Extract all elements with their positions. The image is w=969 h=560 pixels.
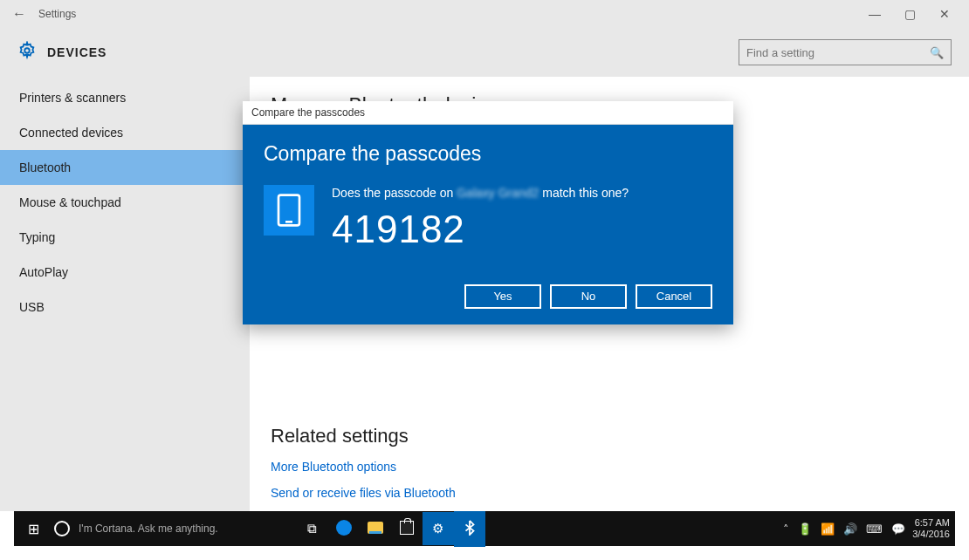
device-name: Galaxy Grand2 xyxy=(457,186,539,200)
maximize-button[interactable]: ▢ xyxy=(892,7,927,21)
keyboard-icon[interactable]: ⌨ xyxy=(866,522,883,536)
cortana-icon xyxy=(54,521,70,536)
dialog-buttons: Yes No Cancel xyxy=(264,284,712,309)
cancel-button[interactable]: Cancel xyxy=(636,284,712,309)
search-input[interactable] xyxy=(746,46,930,59)
content-body: Printers & scanners Connected devices Bl… xyxy=(0,77,969,511)
window-title: Settings xyxy=(38,8,76,20)
page-category: DEVICES xyxy=(47,45,107,59)
taskbar-clock[interactable]: 6:57 AM 3/4/2016 xyxy=(912,517,950,540)
wifi-icon[interactable]: 📶 xyxy=(821,522,835,536)
window-titlebar: ← Settings — ▢ ✕ xyxy=(0,0,969,28)
edge-icon[interactable] xyxy=(328,511,360,547)
close-button[interactable]: ✕ xyxy=(927,7,962,21)
main-panel: Manage Bluetooth devices Related setting… xyxy=(250,77,969,511)
volume-icon[interactable]: 🔊 xyxy=(843,522,857,536)
dialog-heading: Compare the passcodes xyxy=(264,142,712,166)
battery-icon[interactable]: 🔋 xyxy=(798,522,812,536)
dialog-text-block: Does the passcode on Galaxy Grand2 match… xyxy=(332,185,629,251)
sidebar-item-usb[interactable]: USB xyxy=(0,290,250,324)
cortana-search[interactable]: I'm Cortana. Ask me anything. xyxy=(54,521,218,536)
related-heading: Related settings xyxy=(271,425,948,447)
file-explorer-icon[interactable] xyxy=(360,513,391,545)
taskbar: ⊞ I'm Cortana. Ask me anything. ⧉ ⚙ ˄ 🔋 … xyxy=(14,511,955,546)
system-tray: ˄ 🔋 📶 🔊 ⌨ 💬 xyxy=(783,522,905,536)
cortana-placeholder: I'm Cortana. Ask me anything. xyxy=(79,522,218,535)
sidebar-item-printers[interactable]: Printers & scanners xyxy=(0,80,250,115)
clock-date: 3/4/2016 xyxy=(912,529,950,540)
pairing-dialog: Compare the passcodes Compare the passco… xyxy=(243,101,733,324)
dialog-body: Compare the passcodes Does the passcode … xyxy=(243,125,733,324)
dialog-row: Does the passcode on Galaxy Grand2 match… xyxy=(264,185,712,251)
search-box[interactable]: 🔍 xyxy=(739,39,952,65)
search-icon: 🔍 xyxy=(930,46,944,59)
passcode-display: 419182 xyxy=(332,208,629,251)
sidebar-item-connected-devices[interactable]: Connected devices xyxy=(0,115,250,150)
link-send-receive[interactable]: Send or receive files via Bluetooth xyxy=(271,486,948,500)
minimize-button[interactable]: — xyxy=(857,7,892,21)
bluetooth-taskbar-icon[interactable] xyxy=(454,511,485,547)
phone-icon xyxy=(264,185,314,236)
sidebar-item-autoplay[interactable]: AutoPlay xyxy=(0,255,250,290)
header: DEVICES 🔍 xyxy=(0,28,969,77)
svg-point-0 xyxy=(24,48,30,53)
sidebar-item-bluetooth[interactable]: Bluetooth xyxy=(0,150,250,185)
prompt-prefix: Does the passcode on xyxy=(332,186,457,200)
no-button[interactable]: No xyxy=(550,284,627,309)
prompt-suffix: match this one? xyxy=(539,186,629,200)
tray-chevron-icon[interactable]: ˄ xyxy=(783,522,789,536)
gear-icon xyxy=(17,41,37,64)
sidebar-item-mouse[interactable]: Mouse & touchpad xyxy=(0,185,250,220)
clock-time: 6:57 AM xyxy=(912,517,950,529)
action-center-icon[interactable]: 💬 xyxy=(891,522,905,536)
start-button[interactable]: ⊞ xyxy=(14,521,52,537)
dialog-window-title: Compare the passcodes xyxy=(243,101,733,125)
back-button[interactable]: ← xyxy=(7,6,31,22)
sidebar-item-typing[interactable]: Typing xyxy=(0,220,250,255)
sidebar: Printers & scanners Connected devices Bl… xyxy=(0,77,250,511)
settings-taskbar-icon[interactable]: ⚙ xyxy=(423,512,454,545)
link-more-bluetooth[interactable]: More Bluetooth options xyxy=(271,460,948,474)
dialog-prompt: Does the passcode on Galaxy Grand2 match… xyxy=(332,185,629,202)
task-view-icon[interactable]: ⧉ xyxy=(297,512,328,545)
yes-button[interactable]: Yes xyxy=(464,284,541,309)
store-icon[interactable] xyxy=(391,512,423,546)
